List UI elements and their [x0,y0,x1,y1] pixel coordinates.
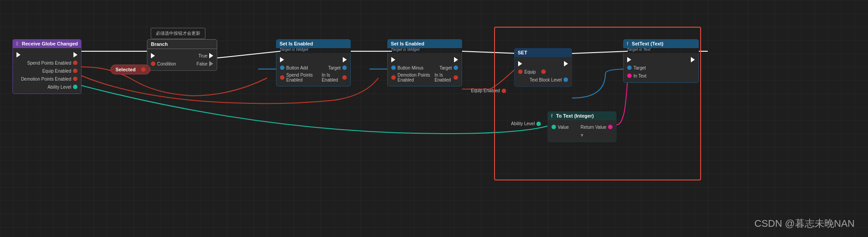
watermark: CSDN @暮志未晚NAN [754,217,855,230]
pin-set1-target [342,65,347,70]
set2-exec-out [454,57,458,62]
node-set3-header: SET [514,48,572,57]
pin-set3-equip [518,69,523,74]
node-row-ability: Ability Level [13,83,81,91]
node-set1-subtitle: Target is Widget [276,47,351,53]
set1-exec-out [343,57,347,62]
pin-spend-in [280,75,284,80]
node-set2-header: Set Is Enabled [387,39,462,48]
pin-set2-isenabled [454,75,458,80]
node-row-demotion: Demotion Points Enabled [13,75,81,83]
node-set1-title: Set Is Enabled [280,41,313,46]
pin-selected-out [141,67,146,72]
pin-set2-target [454,65,458,70]
branch-true-out [209,53,213,58]
pin-settext-target [627,65,632,70]
node-set3-equip: Equip [515,68,572,76]
pin-textblock-level [564,78,568,82]
exec-in-pin [16,52,20,57]
pin-ability-totext [536,122,541,126]
node-row-exec-in [13,51,81,59]
node-totext-header: f To Text (Integer) [548,111,617,120]
exec-out-pin [73,52,77,57]
node-set3-textblock: Text Block Level [515,76,572,84]
node-settext-header: f SetText (Text) [623,39,699,48]
node-set-is-enabled-2: Set Is Enabled Target is Widget Button M… [387,39,462,86]
node-receive-globe-changed: Receive Globe Changed Spend Points Enabl… [12,39,81,94]
node-settext-exec [624,56,698,64]
node-settext-subtitle: Target is Text [623,47,699,53]
pin-demotion-points [73,77,77,81]
node-branch: Branch True Condition False [147,39,217,71]
node-set3-exec [515,60,572,68]
node-row-spend: Spend Points Enabled [13,59,81,67]
node-selected-header: Selected [110,65,150,74]
pin-equip-enabled-out [502,89,506,93]
node-set2-buttonminus: Button Minus Target [388,64,462,72]
node-set1-spend: Spend Points Enabled In Is Enabled [276,72,350,83]
pin-button-add [280,65,284,70]
node-branch-condition: Condition False [147,60,217,68]
set1-exec-in [280,57,284,62]
pin-condition [151,61,155,66]
pin-set3-equip-out [541,69,546,74]
node-set3-title: SET [518,50,527,55]
node-branch-header: Branch [147,39,217,49]
settext-exec-out [691,57,695,62]
callout-box: 必须选中按钮才会更新 [150,28,206,39]
callout-text: 必须选中按钮才会更新 [156,31,200,36]
node-totext-value: Value Return Value [548,123,616,131]
node-row-equip: Equip Enabled [13,67,81,75]
pin-value-in [552,125,556,129]
node-receive-title: Receive Globe Changed [22,41,78,46]
node-set2-title: Set Is Enabled [391,41,424,46]
node-branch-title: Branch [151,41,168,47]
pin-return-value [608,125,612,129]
pin-spend-points [73,61,77,65]
set2-exec-in [391,57,395,62]
node-set: SET Equip Text Block Level [514,48,572,87]
pin-set1-isenabled [342,75,347,80]
ability-level-label: Ability Level [511,121,541,126]
node-settext: f SetText (Text) Target is Text Target I… [623,39,699,83]
node-set2-subtitle: Target is Widget [387,47,462,53]
node-totext-expand: ▼ [548,131,616,139]
node-selected-title: Selected [115,67,135,72]
branch-exec-in [151,53,155,58]
node-settext-intext: In Text [624,72,698,80]
node-totext-title: To Text (Integer) [556,113,594,118]
settext-exec-in [627,57,631,62]
node-to-text-integer: f To Text (Integer) Value Return Value ▼ [548,111,617,142]
node-set2-demotion: Demotion Points Enabled In Is Enabled [388,72,462,83]
node-branch-exec: True [147,52,217,60]
node-set2-exec [388,56,462,64]
node-selected: Selected [110,65,150,74]
pin-intext [627,74,632,78]
set3-exec-out [564,61,568,66]
set3-exec-in [518,61,522,66]
node-receive-header: Receive Globe Changed [12,39,81,48]
pin-equip-enabled [73,69,77,73]
node-set-is-enabled-1: Set Is Enabled Target is Widget Button A… [276,39,351,86]
equip-enabled-label: Equip Enabled [471,88,506,93]
pin-demotion-in [391,75,396,80]
pin-ability-level [73,85,77,89]
branch-false-out [209,61,213,66]
node-settext-title: SetText (Text) [632,41,663,46]
node-set1-buttonadd: Button Add Target [276,64,350,72]
pin-button-minus [391,65,396,70]
node-set1-header: Set Is Enabled [276,39,351,48]
node-settext-target: Target [624,64,698,72]
node-set1-exec [276,56,350,64]
